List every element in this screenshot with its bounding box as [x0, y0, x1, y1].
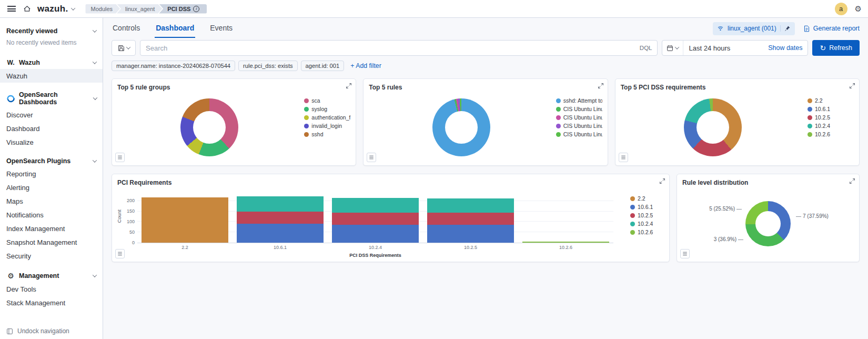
- legend-toggle-button[interactable]: [680, 249, 690, 258]
- bar-segment-10.2.6[interactable]: [522, 242, 609, 243]
- legend-item[interactable]: sshd: [304, 131, 350, 137]
- query-language-button[interactable]: DQL: [634, 45, 652, 51]
- chevron-down-icon: [93, 158, 97, 162]
- bar-segment-10.2.5[interactable]: [332, 213, 419, 225]
- search-input[interactable]: [146, 44, 634, 52]
- legend-item[interactable]: CIS Ubuntu Linux 2...: [556, 123, 602, 129]
- gear-icon[interactable]: ⚙: [855, 5, 862, 13]
- expand-panel-button[interactable]: [659, 178, 665, 186]
- generate-report-button[interactable]: Generate report: [803, 25, 860, 32]
- breadcrumb-agent[interactable]: linux_agent: [117, 4, 162, 14]
- tab-events[interactable]: Events: [209, 19, 234, 38]
- breadcrumb-modules[interactable]: Modules: [85, 4, 120, 14]
- legend-item[interactable]: CIS Ubuntu Linux 2...: [556, 114, 602, 121]
- osd-section-header[interactable]: OpenSearch Dashboards: [0, 89, 103, 108]
- sidebar-item-security[interactable]: Security: [0, 249, 103, 263]
- bar-segment-10.2.5[interactable]: [237, 212, 324, 224]
- legend-item[interactable]: 10.2.5: [630, 212, 662, 218]
- legend-toggle-button[interactable]: [115, 153, 125, 162]
- sidebar-item-snapshot-management[interactable]: Snapshot Management: [0, 235, 103, 249]
- rule-level-donut-chart[interactable]: [745, 201, 791, 246]
- top-pci-donut-chart[interactable]: [684, 98, 742, 156]
- info-icon[interactable]: i: [193, 6, 199, 12]
- filter-pill-rule-pci-dss[interactable]: rule.pci_dss: exists: [238, 61, 298, 71]
- wazuh-logo[interactable]: wazuh.: [37, 4, 75, 14]
- legend-item[interactable]: 10.2.5: [808, 114, 854, 121]
- bar-segment-10.6.1[interactable]: [237, 224, 324, 243]
- legend-toggle-button[interactable]: [367, 153, 376, 162]
- management-section-header[interactable]: ⚙ Management: [0, 269, 103, 282]
- legend-item[interactable]: 10.6.1: [808, 106, 854, 112]
- expand-icon: [598, 83, 604, 89]
- legend-item[interactable]: CIS Ubuntu Linux 2...: [556, 131, 602, 137]
- legend-item[interactable]: 10.2.6: [808, 131, 854, 137]
- plugins-section-header[interactable]: OpenSearch Plugins: [0, 155, 103, 167]
- legend-swatch: [304, 124, 309, 128]
- panel-title: Rule level distribution: [677, 174, 859, 186]
- wazuh-section-header[interactable]: W. Wazuh: [0, 56, 103, 69]
- tab-dashboard[interactable]: Dashboard: [155, 19, 195, 38]
- undock-navigation[interactable]: Undock navigation: [0, 323, 103, 339]
- menu-button[interactable]: [6, 5, 17, 13]
- legend-toggle-button[interactable]: [619, 153, 628, 162]
- bar-segment-10.2.4[interactable]: [237, 196, 324, 211]
- breadcrumb-pci-dss[interactable]: PCI DSSi: [159, 4, 207, 14]
- saved-query-button[interactable]: [112, 40, 136, 56]
- time-range-value[interactable]: Last 24 hours: [683, 44, 768, 52]
- expand-panel-button[interactable]: [849, 178, 855, 186]
- legend-item[interactable]: CIS Ubuntu Linux 2...: [556, 106, 602, 112]
- rule-groups-donut-chart[interactable]: [180, 98, 238, 156]
- x-axis-label: 2.2: [137, 245, 233, 250]
- sidebar-item-reporting[interactable]: Reporting: [0, 167, 103, 181]
- bar-segment-10.2.4[interactable]: [332, 198, 419, 213]
- filter-pill-agent-id[interactable]: agent.id: 001: [301, 61, 345, 71]
- sidebar-item-visualize[interactable]: Visualize: [0, 135, 103, 149]
- home-button[interactable]: [22, 4, 32, 14]
- bar-segment-10.2.4[interactable]: [427, 198, 514, 213]
- expand-panel-button[interactable]: [346, 83, 352, 91]
- legend-item[interactable]: authentication_failed: [304, 114, 350, 121]
- sidebar-item-wazuh[interactable]: Wazuh: [0, 69, 103, 83]
- add-filter-button[interactable]: + Add filter: [350, 62, 381, 69]
- x-axis-label: 10.2.4: [328, 245, 423, 250]
- refresh-button[interactable]: ↻ Refresh: [812, 40, 860, 56]
- show-dates-link[interactable]: Show dates: [768, 44, 808, 52]
- legend-toggle-button[interactable]: [115, 249, 125, 258]
- sidebar-item-discover[interactable]: Discover: [0, 108, 103, 122]
- legend-item[interactable]: 2.2: [630, 195, 662, 202]
- legend-item[interactable]: 2.2: [808, 97, 854, 104]
- avatar[interactable]: a: [835, 3, 847, 15]
- tab-controls[interactable]: Controls: [112, 19, 141, 38]
- pin-agent-button[interactable]: [780, 25, 791, 32]
- bar-segment-10.6.1[interactable]: [427, 225, 514, 243]
- legend-item[interactable]: sca: [304, 97, 350, 104]
- top-rules-donut-chart[interactable]: [432, 98, 490, 156]
- legend-item[interactable]: 10.2.4: [630, 221, 662, 227]
- sidebar-item-dev-tools[interactable]: Dev Tools: [0, 282, 103, 296]
- sidebar-item-notifications[interactable]: Notifications: [0, 208, 103, 222]
- bar-segment-10.6.1[interactable]: [332, 225, 419, 243]
- expand-panel-button[interactable]: [849, 83, 855, 91]
- legend-item[interactable]: sshd: Attempt to log...: [556, 97, 602, 104]
- sidebar-item-maps[interactable]: Maps: [0, 194, 103, 208]
- legend-item[interactable]: 10.2.6: [630, 229, 662, 235]
- legend-item[interactable]: invalid_login: [304, 123, 350, 129]
- bar-stack: [237, 196, 324, 243]
- panel-top-rules: Top 5 rules sshd: Attempt to log...CIS U…: [363, 78, 608, 166]
- calendar-button[interactable]: [662, 41, 683, 55]
- dashboard-grid: Top 5 rule groups scasyslogauthenticatio…: [103, 71, 868, 339]
- recently-viewed-header[interactable]: Recently viewed: [0, 25, 103, 37]
- legend-label: 10.2.4: [638, 221, 653, 227]
- legend-item[interactable]: syslog: [304, 106, 350, 112]
- agent-chip[interactable]: linux_agent (001): [713, 22, 795, 35]
- bar-segment-2.2[interactable]: [142, 197, 228, 243]
- sidebar-item-alerting[interactable]: Alerting: [0, 181, 103, 194]
- sidebar-item-index-management[interactable]: Index Management: [0, 222, 103, 235]
- sidebar-item-dashboard[interactable]: Dashboard: [0, 122, 103, 135]
- legend-item[interactable]: 10.2.4: [808, 123, 854, 129]
- expand-panel-button[interactable]: [598, 83, 604, 91]
- legend-item[interactable]: 10.6.1: [630, 204, 662, 210]
- filter-pill-manager-name[interactable]: manager.name: instance-20240628-070544: [112, 61, 235, 71]
- sidebar-item-stack-management[interactable]: Stack Management: [0, 296, 103, 310]
- bar-segment-10.2.5[interactable]: [427, 213, 514, 225]
